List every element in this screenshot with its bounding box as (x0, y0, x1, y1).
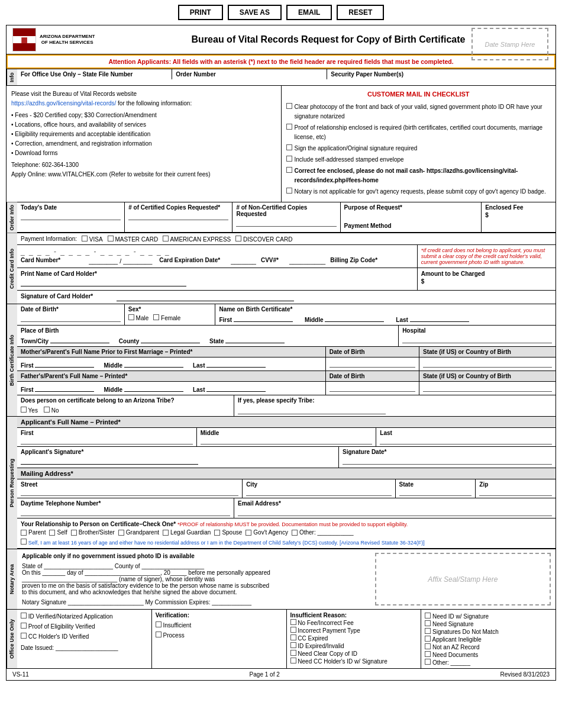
checklist-check-1 (286, 103, 292, 109)
applicant-sig-cell: Applicant's Signature* (17, 447, 339, 468)
vital-records-link[interactable]: https://azdhs.gov/licensing/vital-record… (11, 100, 116, 107)
page-number: Page 1 of 2 (250, 671, 280, 678)
file-number-cell: For Office Use Only – State File Number (17, 69, 172, 79)
sig-date-cell: Signature Date* (339, 447, 555, 468)
payment-info-label: Payment Information: (21, 236, 77, 242)
mothers-dob-label-cell: Date of Birth (326, 347, 419, 357)
discover-option: DISCOVER CARD (235, 235, 292, 243)
reset-button[interactable]: RESET (337, 5, 384, 20)
pr-section-label: Person Requesting (7, 417, 17, 549)
visa-option: VISA (82, 235, 103, 243)
office-col-1: ID Verified/Notarized Application Proof … (17, 610, 152, 668)
fathers-name-value: First Middle Last (17, 382, 326, 395)
order-number-cell: Order Number (172, 69, 327, 79)
info-right-col: CUSTOMER MAIL IN CHECKLIST Clear photoco… (282, 86, 556, 202)
place-birth-cell: Place of Birth Town/City County State (17, 326, 399, 346)
relationship-row: Your Relationship to Person on Certifica… (17, 518, 555, 549)
mailing-label: Mailing Address* (17, 468, 555, 479)
email-button[interactable]: EMAIL (286, 5, 332, 20)
mothers-state-value (419, 357, 555, 371)
amex-option: AMERICAN EXPRESS (163, 235, 231, 243)
mothers-dob-value (326, 357, 419, 371)
dob-cell: Date of Birth* (17, 304, 125, 325)
amount-charged: Amount to be Charged $ (418, 268, 555, 290)
fathers-dob-value (326, 382, 419, 395)
card-number-row: _ _ _ _ - _ _ _ _ - _ _ _ _ - _ _ _ _ Ca… (17, 245, 418, 268)
email-cell: Email Address* (234, 498, 555, 518)
office-col-3: Insufficient Reason: No Fee/Incorrect Fe… (287, 610, 422, 668)
fathers-state-value (419, 382, 555, 395)
mastercard-option: MASTER CARD (108, 235, 159, 243)
applicant-last-cell: Last (376, 428, 555, 446)
checklist-check-6 (286, 188, 292, 194)
purpose-cell: Purpose of Request* Payment Method (341, 202, 482, 232)
card-signature-row: Signature of Card Holder* (17, 291, 555, 304)
fathers-state-label-cell: State (if US) or Country of Birth (419, 371, 555, 381)
checklist-check-2 (286, 124, 292, 130)
certified-copies-cell: # of Certified Copies Requested* (125, 202, 232, 232)
applicant-middle-cell: Middle (197, 428, 377, 446)
phone-cell: Daytime Telephone Number* (17, 498, 234, 518)
form-number: VS-11 (12, 671, 29, 678)
print-card-holder: Print Name of Card Holder* (17, 268, 418, 290)
checklist-check-5 (286, 167, 292, 173)
hospital-cell: Hospital (399, 326, 555, 346)
order-section-label: Order Info (7, 202, 17, 233)
tribe-specify-cell: If yes, please specify Tribe: (234, 395, 555, 416)
zip-cell: Zip (476, 479, 555, 498)
office-col-4: Need ID w/ Signature Need Signature Sign… (421, 610, 555, 668)
checklist-check-3 (286, 144, 292, 150)
date-stamp-box: Date Stamp Here (471, 28, 548, 60)
state-cell: State (396, 479, 476, 498)
applicant-name-label: Applicant's Full Name – Printed* (17, 417, 555, 428)
checklist-check-4 (286, 156, 292, 162)
fathers-name-label-cell: Father's/Parent's Full Name – Printed* (17, 371, 326, 381)
mothers-name-label-cell: Mother's/Parent's Full Name Prior to Fir… (17, 347, 326, 357)
enclosed-fee-cell: Enclosed Fee $ (482, 202, 555, 232)
page-footer: VS-11 Page 1 of 2 Revised 8/31/2023 (6, 669, 556, 681)
notary-text: Applicable only if no government issued … (22, 553, 369, 605)
security-number-cell: Security Paper Number(s) (327, 69, 555, 79)
non-certified-copies-cell: # of Non-Certified Copies Requested (232, 202, 340, 232)
city-cell: City (243, 479, 395, 498)
todays-date-cell: Today's Date (17, 202, 125, 232)
cc-red-note: *If credit card does not belong to appli… (418, 245, 555, 268)
mothers-state-label-cell: State (if US) or Country of Birth (419, 347, 555, 357)
tribe-question-cell: Does person on certificate belong to an … (17, 395, 234, 416)
info-left-col: Please visit the Bureau of Vital Records… (7, 86, 282, 202)
name-on-cert-cell: Name on Birth Certificate* First Middle … (215, 304, 555, 325)
info-section-label: Info (7, 69, 17, 85)
print-button[interactable]: PRINT (178, 5, 223, 20)
save-button[interactable]: SAVE AS (228, 5, 282, 20)
fathers-dob-label-cell: Date of Birth (326, 371, 419, 381)
applicant-first-cell: First (17, 428, 197, 446)
agency-name: ARIZONA DEPARTMENT OF HEALTH SERVICES (40, 34, 95, 46)
sex-cell: Sex* Male Female (125, 304, 216, 325)
street-cell: Street (17, 479, 243, 498)
office-col-2: Verification: Insufficient Process (152, 610, 287, 668)
notary-section-label: Notary Area (7, 549, 17, 609)
bc-section-label: Birth Certificate Info (7, 304, 17, 416)
notary-seal: Affix Seal/Stamp Here (375, 553, 551, 605)
revised-date: Revised 8/31/2023 (500, 671, 550, 678)
cc-section-label: Credit Card Info (7, 233, 17, 304)
az-flag-icon: ■ (12, 28, 36, 51)
mothers-name-value: First Middle Last (17, 357, 326, 371)
logo-area: ■ ARIZONA DEPARTMENT OF HEALTH SERVICES (12, 28, 107, 51)
office-section-label: Office Use Only (7, 610, 17, 668)
